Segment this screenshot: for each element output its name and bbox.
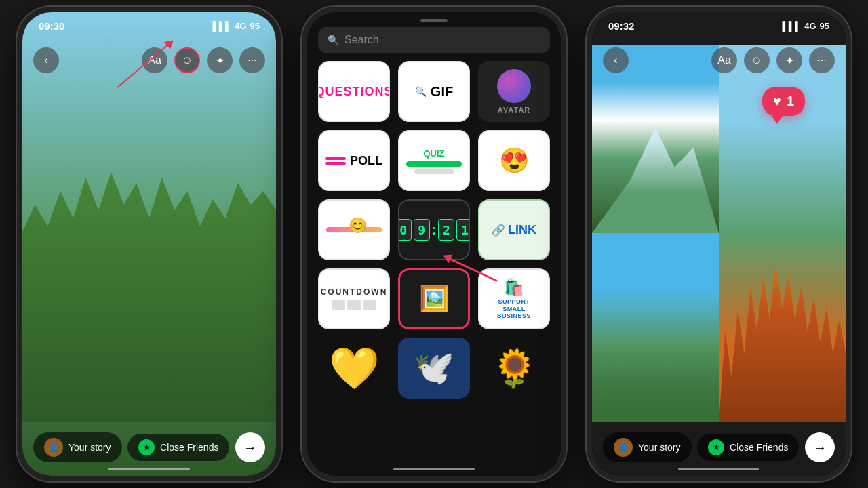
sticker-link[interactable]: 🔗 LINK: [478, 199, 550, 260]
like-count: 1: [787, 94, 794, 109]
toolbar-3: ‹ Aa ☺ ✦ ···: [592, 42, 846, 79]
sticker-quiz[interactable]: QUIZ: [398, 130, 470, 191]
phone-1: 09:30 ▌▌▌ 4G 95 ‹ Aa ☺ ✦ ··· 👤 Your stor…: [17, 7, 281, 481]
sticker-timer[interactable]: 0 9 : 2 1: [398, 199, 470, 260]
like-badge: ♥ 1: [762, 87, 805, 116]
more-button-3[interactable]: ···: [809, 47, 835, 73]
sticker-grid: QUESTIONS 🔍 GIF AVATAR POLL: [307, 61, 561, 399]
questions-label: QUESTIONS: [318, 85, 390, 99]
status-bar-1: 09:30 ▌▌▌ 4G 95: [22, 12, 276, 36]
sticker-button-1[interactable]: ☺: [174, 47, 200, 73]
arrow-annotation-1: [117, 87, 185, 88]
sticker-countdown[interactable]: COUNTDOWN: [318, 268, 390, 329]
link-label: LINK: [508, 223, 536, 237]
countdown-inner: COUNTDOWN: [326, 287, 382, 310]
search-bar[interactable]: 🔍 Search: [318, 27, 550, 53]
sticker-emoji-slider[interactable]: 😊: [318, 199, 390, 260]
photo-valley: [592, 233, 719, 422]
valley-detail: [592, 233, 719, 422]
slider-emoji: 😊: [349, 217, 367, 235]
ukraine-heart-emoji: 💛: [329, 344, 380, 392]
effects-button-3[interactable]: ✦: [776, 47, 802, 73]
your-story-button-3[interactable]: 👤 Your story: [603, 432, 692, 462]
sticker-gif[interactable]: 🔍 GIF: [398, 61, 470, 122]
back-button-1[interactable]: ‹: [33, 47, 59, 73]
phone-3: 09:32 ▌▌▌ 4G 95 ‹ Aa ☺ ✦ ··· ♥ 1: [587, 7, 851, 481]
photo-grid: [592, 45, 846, 422]
gif-label: GIF: [431, 84, 453, 100]
close-friends-label-3: Close Friends: [730, 442, 788, 453]
sticker-questions[interactable]: QUESTIONS: [318, 61, 390, 122]
forward-button-1[interactable]: →: [235, 432, 265, 462]
emoji-slider-inner: 😊: [326, 220, 382, 240]
sticker-peace-dove[interactable]: 🕊️: [398, 338, 470, 399]
network-icon-1: 4G: [235, 21, 246, 31]
sticker-button-3[interactable]: ☺: [744, 47, 770, 73]
your-story-button-1[interactable]: 👤 Your story: [33, 432, 122, 462]
gif-search-icon: 🔍: [415, 86, 427, 97]
countdown-boxes: [332, 300, 376, 310]
status-icons-3: ▌▌▌ 4G 95: [783, 21, 829, 31]
network-icon-3: 4G: [804, 21, 816, 31]
battery-icon-3: 95: [820, 21, 829, 31]
sticker-image[interactable]: 🖼️: [398, 268, 470, 329]
dove-emoji: 🕊️: [414, 349, 454, 387]
toolbar-right-3: Aa ☺ ✦ ···: [711, 47, 835, 73]
back-button-3[interactable]: ‹: [603, 47, 629, 73]
support-inner: 🛍️ SUPPORTSMALLBUSINESS: [497, 278, 531, 320]
sticker-ukraine-heart[interactable]: 💛: [318, 338, 390, 399]
search-icon: 🔍: [328, 35, 339, 45]
countdown-label: COUNTDOWN: [321, 287, 388, 297]
your-story-label-3: Your story: [638, 442, 681, 453]
sticker-support[interactable]: 🛍️ SUPPORTSMALLBUSINESS: [478, 268, 550, 329]
support-bag-icon: 🛍️: [504, 278, 524, 297]
face-emoji: 😍: [499, 146, 530, 175]
timer-d4: 1: [456, 219, 470, 241]
sticker-peace-flower[interactable]: 🌻: [478, 338, 550, 399]
search-placeholder: Search: [344, 34, 379, 46]
phone2-content: 🔍 Search QUESTIONS 🔍 GIF AVATAR: [307, 12, 561, 476]
countdown-box-3: [363, 300, 376, 310]
effects-button-1[interactable]: ✦: [207, 47, 233, 73]
sticker-poll[interactable]: POLL: [318, 130, 390, 191]
text-button-1[interactable]: Aa: [142, 47, 167, 73]
link-icon: 🔗: [492, 224, 505, 237]
avatar-label: AVATAR: [498, 106, 531, 114]
signal-icon-1: ▌▌▌: [213, 21, 232, 31]
close-friends-button-1[interactable]: ★ Close Friends: [127, 434, 229, 461]
sticker-face[interactable]: 😍: [478, 130, 550, 191]
poll-line-2: [326, 162, 346, 165]
autumn-trees: [719, 195, 846, 422]
close-friends-button-3[interactable]: ★ Close Friends: [697, 434, 799, 461]
image-icon: 🖼️: [419, 285, 450, 313]
poll-line-1: [326, 157, 346, 160]
status-icons-1: ▌▌▌ 4G 95: [213, 21, 260, 31]
home-indicator-3: [678, 468, 760, 470]
close-friends-icon-1: ★: [138, 439, 155, 455]
text-button-3[interactable]: Aa: [711, 47, 737, 73]
drag-handle[interactable]: [420, 19, 448, 22]
close-friends-label-1: Close Friends: [160, 442, 218, 453]
close-friends-icon-3: ★: [708, 439, 724, 455]
status-bar-3: 09:32 ▌▌▌ 4G 95: [592, 12, 846, 36]
poll-inner: POLL: [326, 154, 382, 168]
like-heart-icon: ♥: [773, 94, 781, 109]
poll-label: POLL: [350, 154, 382, 168]
forward-button-3[interactable]: →: [805, 432, 835, 462]
status-time-1: 09:30: [39, 20, 64, 32]
status-time-3: 09:32: [608, 20, 634, 32]
quiz-inner: QUIZ: [406, 148, 462, 174]
avatar-ball: [497, 69, 531, 103]
poll-lines: [326, 157, 346, 165]
signal-icon-3: ▌▌▌: [783, 21, 802, 31]
bottom-bar-1: 👤 Your story ★ Close Friends →: [22, 432, 276, 462]
link-inner: 🔗 LINK: [492, 223, 536, 237]
your-story-label-1: Your story: [68, 442, 111, 453]
battery-icon-1: 95: [250, 21, 260, 31]
timer-digits: 0 9 : 2 1: [398, 219, 470, 241]
sticker-avatar[interactable]: AVATAR: [478, 61, 550, 122]
peace-flower-emoji: 🌻: [492, 347, 537, 390]
timer-colon: :: [432, 222, 437, 238]
more-button-1[interactable]: ···: [239, 47, 265, 73]
quiz-label: QUIZ: [423, 148, 444, 159]
